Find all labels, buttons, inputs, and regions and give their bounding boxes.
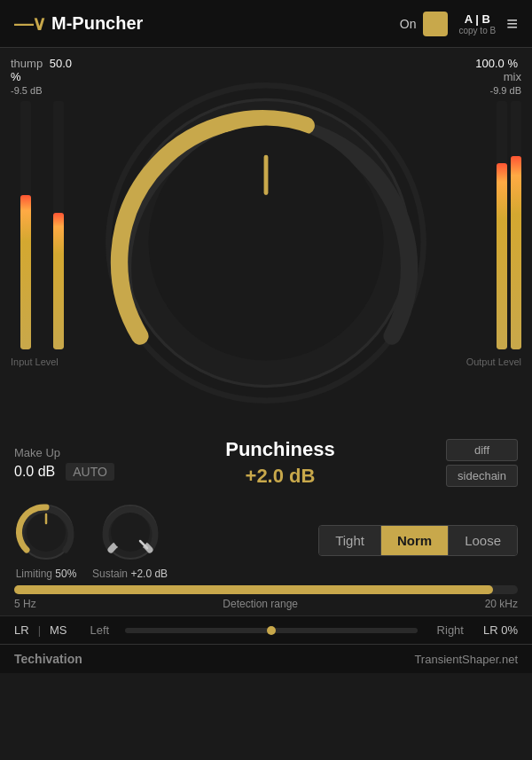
makeup-values: 0.0 dB AUTO	[14, 463, 114, 481]
logo-icon: —∨	[14, 12, 44, 35]
punchiness-title: Punchiness	[225, 438, 334, 461]
loose-button[interactable]: Loose	[449, 526, 517, 555]
makeup-auto-button[interactable]: AUTO	[66, 463, 114, 481]
left-label: Left	[90, 623, 110, 637]
punchiness-row: Make Up 0.0 dB AUTO Punchiness +2.0 dB d…	[0, 429, 532, 493]
output-meter-col: 100.0 % mix -9.9 dB Output Level	[459, 57, 521, 429]
tnl-section: Tight Norm Loose	[318, 525, 518, 556]
detection-bar-track[interactable]	[14, 585, 518, 594]
punchiness-value: +2.0 dB	[225, 465, 334, 488]
input-db-label: -9.5 dB	[11, 85, 73, 96]
detection-hz-label: 5 Hz	[14, 598, 36, 610]
lr-pct-label: LR 0%	[483, 623, 518, 637]
header: —∨ M-Puncher On A | B copy to B ≡	[0, 0, 532, 48]
limiting-knob[interactable]	[14, 500, 78, 564]
on-button[interactable]	[423, 12, 448, 36]
input-meter-bar-2	[53, 101, 64, 349]
lr-ms-slider[interactable]	[125, 628, 417, 633]
output-fill-1	[497, 163, 507, 349]
norm-button[interactable]: Norm	[381, 526, 449, 555]
main-knob-svg[interactable]	[80, 57, 452, 429]
input-meter-header: thump 50.0 %	[11, 57, 73, 83]
limiting-label: Limiting 50%	[16, 568, 77, 580]
ab-section: A | B copy to B	[458, 12, 496, 35]
detection-range-section: 5 Hz Detection range 20 kHz	[0, 585, 532, 615]
sustain-label: Sustain +2.0 dB	[92, 568, 168, 580]
output-level-label: Output Level	[466, 356, 521, 367]
output-meter-bar-2	[511, 101, 521, 349]
tight-button[interactable]: Tight	[319, 526, 381, 555]
thump-label: thump	[11, 57, 43, 70]
tight-norm-loose-group: Tight Norm Loose	[318, 525, 518, 556]
diff-sidechain-col: diff sidechain	[446, 439, 518, 487]
ms-button[interactable]: MS	[50, 623, 67, 637]
lr-button[interactable]: LR	[14, 623, 29, 637]
output-db-label: -9.9 dB	[490, 85, 521, 96]
detection-khz-label: 20 kHz	[485, 598, 518, 610]
input-level-label: Input Level	[11, 356, 73, 367]
menu-button[interactable]: ≡	[506, 12, 518, 35]
mix-label: mix	[504, 70, 521, 83]
center-col	[80, 57, 452, 429]
lr-ms-separator: |	[38, 623, 41, 637]
limiting-knob-group: Limiting 50%	[14, 500, 78, 580]
detection-range-label: Detection range	[223, 598, 298, 610]
output-percent: 100.0 %	[475, 57, 518, 70]
input-meter-col: thump 50.0 % -9.5 dB Input Level	[11, 57, 73, 429]
input-fill-1	[20, 195, 31, 349]
right-label: Right	[437, 623, 464, 637]
makeup-db: 0.0 dB	[14, 464, 55, 480]
output-fill-2	[511, 156, 521, 349]
makeup-title: Make Up	[14, 446, 114, 459]
input-meter-bar-1	[20, 101, 31, 349]
on-section: On	[400, 12, 449, 36]
punchiness-section: Punchiness +2.0 dB	[225, 438, 334, 488]
output-meter-bar-1	[497, 101, 507, 349]
lr-ms-thumb	[267, 626, 276, 635]
diff-button[interactable]: diff	[446, 439, 518, 461]
sustain-knob-group: Sustain +2.0 dB	[92, 500, 168, 580]
logo-text: M-Puncher	[51, 13, 400, 34]
detection-labels: 5 Hz Detection range 20 kHz	[14, 598, 518, 610]
makeup-col: Make Up 0.0 dB AUTO	[14, 446, 114, 481]
on-label: On	[400, 17, 417, 31]
sidechain-button[interactable]: sidechain	[446, 465, 518, 487]
footer-url: TransientShaper.net	[414, 653, 518, 666]
ab-label: A | B	[465, 12, 490, 26]
lr-ms-row: LR | MS Left Right LR 0%	[0, 615, 532, 644]
output-meter-header: 100.0 % mix	[459, 57, 521, 83]
footer: Techivation TransientShaper.net	[0, 644, 532, 673]
copy-to-b-label: copy to B	[458, 26, 496, 35]
input-fill-2	[53, 213, 64, 349]
sustain-knob[interactable]	[98, 500, 162, 564]
knobs-tnl-row: Limiting 50% Sustain +2.0 dB Tight Norm …	[0, 493, 532, 585]
footer-brand: Techivation	[14, 652, 82, 666]
detection-bar-fill	[14, 585, 493, 594]
main-content-row: thump 50.0 % -9.5 dB Input Level	[0, 48, 532, 429]
